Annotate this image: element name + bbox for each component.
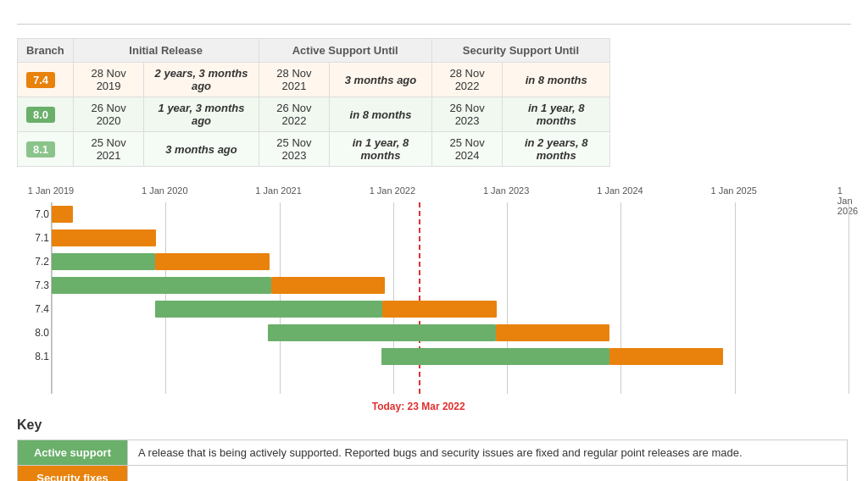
security-relative: in 1 year, 8 months [503, 97, 610, 132]
branch-badge: 8.1 [26, 141, 55, 158]
chart-row: 7.2 [52, 250, 848, 274]
security-date: 25 Nov 2024 [431, 132, 503, 167]
chart-year-label: 1 Jan 2019 [28, 185, 74, 196]
active-date: 26 Nov 2022 [259, 97, 330, 132]
chart-row-label: 7.1 [19, 232, 49, 244]
active-relative: in 8 months [330, 97, 432, 132]
security-date: 26 Nov 2023 [431, 97, 503, 132]
chart-grid-line [849, 202, 849, 394]
chart-row-label: 7.3 [19, 279, 49, 291]
chart-header: 1 Jan 20191 Jan 20201 Jan 20211 Jan 2022… [51, 182, 848, 202]
key-title: Key [17, 417, 851, 433]
table-row: 8.0 26 Nov 2020 1 year, 3 months ago 26 … [18, 97, 610, 132]
key-row: Security fixes only A release that is su… [18, 466, 848, 482]
active-support-bar [155, 301, 383, 318]
security-fixes-bar [271, 277, 385, 294]
key-color-label: Security fixes only [18, 466, 128, 482]
branch-cell: 7.4 [18, 63, 74, 97]
chart-row-label: 8.0 [19, 327, 49, 339]
chart-row: 8.0 [52, 321, 848, 345]
key-description: A release that is being actively support… [128, 440, 848, 466]
chart-row: 7.4 [52, 297, 848, 321]
initial-relative: 2 years, 3 months ago [144, 63, 259, 97]
key-description: A release that is supported for critical… [128, 466, 848, 482]
initial-relative: 3 months ago [144, 132, 259, 167]
chart-container: 1 Jan 20191 Jan 20201 Jan 20211 Jan 2022… [17, 182, 848, 394]
chart-row-label: 7.4 [19, 303, 49, 315]
active-relative: 3 months ago [330, 63, 432, 97]
security-fixes-bar [52, 206, 73, 223]
security-relative: in 8 months [503, 63, 610, 97]
initial-date: 28 Nov 2019 [73, 63, 144, 97]
key-table: Active support A release that is being a… [17, 440, 848, 481]
active-date: 25 Nov 2023 [259, 132, 330, 167]
security-fixes-bar [382, 301, 496, 318]
branch-cell: 8.1 [18, 132, 74, 167]
branch-cell: 8.0 [18, 97, 74, 132]
key-color-label: Active support [18, 440, 128, 466]
key-row: Active support A release that is being a… [18, 440, 848, 466]
active-date: 28 Nov 2021 [259, 63, 330, 97]
chart-year-label: 1 Jan 2025 [710, 185, 756, 196]
chart-row-label: 7.0 [19, 208, 49, 220]
chart-year-label: 1 Jan 2023 [483, 185, 529, 196]
col-initial-release: Initial Release [73, 39, 259, 63]
security-fixes-bar [609, 348, 724, 365]
chart-row: 7.3 [52, 274, 848, 297]
active-relative: in 1 year, 8 months [330, 132, 432, 167]
chart-row-label: 7.2 [19, 256, 49, 268]
chart-year-label: 1 Jan 2024 [597, 185, 643, 196]
chart-row-label: 8.1 [19, 351, 49, 362]
branch-badge: 7.4 [26, 72, 55, 88]
security-fixes-bar [52, 229, 156, 246]
chart-row: 7.0 [52, 202, 848, 226]
security-fixes-bar [155, 253, 270, 270]
chart-row: 8.1 [52, 345, 848, 368]
security-date: 28 Nov 2022 [431, 63, 503, 97]
table-row: 8.1 25 Nov 2021 3 months ago 25 Nov 2023… [18, 132, 610, 167]
initial-relative: 1 year, 3 months ago [144, 97, 259, 132]
active-support-bar [268, 324, 495, 341]
active-support-bar [381, 348, 609, 365]
chart-body: Today: 23 Mar 20227.07.17.27.37.48.08.1 [51, 202, 848, 394]
active-support-bar [52, 277, 271, 294]
branch-badge: 8.0 [26, 107, 55, 123]
chart-year-label: 1 Jan 2020 [142, 185, 187, 196]
chart-year-label: 1 Jan 2022 [370, 185, 415, 196]
today-label: Today: 23 Mar 2022 [372, 401, 465, 412]
initial-date: 25 Nov 2021 [73, 132, 144, 167]
initial-date: 26 Nov 2020 [73, 97, 144, 132]
col-branch: Branch [18, 39, 74, 63]
col-security-support: Security Support Until [431, 39, 609, 63]
table-row: 7.4 28 Nov 2019 2 years, 3 months ago 28… [18, 63, 610, 97]
key-section: Key Active support A release that is bei… [17, 417, 851, 481]
versions-table: Branch Initial Release Active Support Un… [17, 38, 610, 167]
security-relative: in 2 years, 8 months [503, 132, 610, 167]
chart-row: 7.1 [52, 226, 848, 250]
active-support-bar [52, 253, 155, 270]
security-fixes-bar [496, 324, 609, 341]
chart-year-label: 1 Jan 2021 [255, 185, 301, 196]
col-active-support: Active Support Until [259, 39, 431, 63]
